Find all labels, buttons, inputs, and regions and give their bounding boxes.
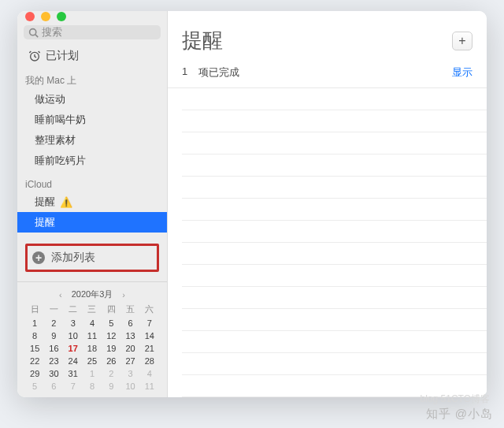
main-content: 提醒 + 1 项已完成 显示: [168, 11, 487, 397]
calendar-day[interactable]: 10: [120, 381, 139, 391]
calendar-day[interactable]: 30: [44, 369, 63, 378]
calendar-day[interactable]: 4: [140, 369, 159, 378]
calendar-day[interactable]: 5: [25, 381, 44, 391]
calendar-day[interactable]: 1: [25, 318, 44, 328]
watermark: 知乎 @小岛: [426, 407, 493, 422]
close-window-button[interactable]: [25, 12, 35, 21]
calendar-dow: 一: [44, 303, 63, 315]
sidebar-list-item[interactable]: 提醒: [17, 212, 167, 233]
sidebar-divider: [17, 281, 167, 282]
calendar-day[interactable]: 2: [102, 369, 120, 378]
sidebar-list-item[interactable]: 睡前喝牛奶: [17, 110, 167, 130]
calendar-day[interactable]: 27: [120, 356, 139, 366]
calendar-day[interactable]: 9: [44, 331, 63, 341]
calendar-day[interactable]: 31: [64, 369, 83, 378]
calendar-dow: 三: [83, 303, 102, 315]
completed-count: 1: [182, 65, 187, 80]
calendar-day[interactable]: 22: [25, 356, 44, 366]
calendar-dow: 六: [140, 303, 159, 315]
calendar-dow: 五: [120, 303, 139, 315]
calendar-day[interactable]: 18: [83, 344, 102, 353]
calendar-day[interactable]: 11: [83, 331, 102, 341]
calendar-day[interactable]: 17: [64, 344, 83, 353]
calendar-day[interactable]: 20: [120, 344, 139, 353]
calendar-day[interactable]: 5: [102, 318, 120, 328]
scheduled-label: 已计划: [46, 49, 79, 63]
calendar-day[interactable]: 19: [102, 344, 120, 353]
reminders-list-area[interactable]: [182, 88, 487, 397]
calendar-day[interactable]: 25: [83, 356, 102, 366]
warning-icon: ⚠️: [60, 196, 72, 208]
calendar-day[interactable]: 7: [140, 318, 159, 328]
calendar-day[interactable]: 9: [102, 381, 120, 391]
add-reminder-button[interactable]: +: [452, 32, 472, 50]
zoom-window-button[interactable]: [57, 12, 66, 21]
calendar-day[interactable]: 13: [120, 331, 139, 341]
section-my-mac-label: 我的 Mac 上: [17, 66, 167, 89]
calendar-day[interactable]: 24: [64, 356, 83, 366]
calendar-dow: 日: [25, 303, 44, 315]
svg-line-1: [35, 35, 38, 37]
sidebar-list-item[interactable]: 睡前吃钙片: [17, 151, 167, 171]
completed-label: 项已完成: [198, 65, 239, 80]
calendar-day[interactable]: 3: [120, 369, 139, 378]
calendar-day[interactable]: 23: [44, 356, 63, 366]
calendar-prev-button[interactable]: ‹: [54, 290, 67, 300]
window-controls: [17, 11, 167, 22]
svg-point-0: [30, 29, 36, 35]
calendar-day[interactable]: 8: [25, 331, 44, 341]
sidebar: 搜索 已计划 我的 Mac 上 做运动睡前喝牛奶整理素材睡前吃钙片 iCloud…: [17, 11, 168, 397]
calendar-day[interactable]: 6: [44, 381, 63, 391]
scheduled-smart-list[interactable]: 已计划: [17, 46, 167, 66]
plus-circle-icon: +: [32, 251, 45, 264]
calendar-day[interactable]: 16: [44, 344, 63, 353]
calendar-day[interactable]: 21: [140, 344, 159, 353]
list-item-label: 提醒: [35, 195, 55, 209]
main-header: 提醒 +: [168, 11, 487, 61]
sidebar-list-item[interactable]: 做运动: [17, 89, 167, 110]
calendar-day[interactable]: 14: [140, 331, 159, 341]
watermark-secondary: blog 51CTO博客: [421, 393, 490, 406]
app-window: 搜索 已计划 我的 Mac 上 做运动睡前喝牛奶整理素材睡前吃钙片 iCloud…: [17, 11, 487, 397]
calendar-day[interactable]: 15: [25, 344, 44, 353]
sidebar-list-item[interactable]: 整理素材: [17, 130, 167, 151]
list-title: 提醒: [182, 27, 223, 54]
section-icloud-label: iCloud: [17, 171, 167, 192]
add-list-label: 添加列表: [51, 251, 95, 265]
calendar-day[interactable]: 12: [102, 331, 120, 341]
calendar-day[interactable]: 26: [102, 356, 120, 366]
calendar-next-button[interactable]: ›: [117, 290, 130, 300]
mini-calendar: ‹ 2020年3月 › 日一二三四五六123456789101112131415…: [17, 285, 167, 397]
calendar-dow: 四: [102, 303, 120, 315]
show-completed-button[interactable]: 显示: [452, 65, 472, 80]
calendar-day[interactable]: 28: [140, 356, 159, 366]
completed-row: 1 项已完成 显示: [168, 61, 487, 88]
calendar-day[interactable]: 7: [64, 381, 83, 391]
search-icon: [28, 28, 39, 38]
add-list-button[interactable]: + 添加列表: [25, 244, 159, 272]
calendar-day[interactable]: 10: [64, 331, 83, 341]
search-input[interactable]: 搜索: [24, 25, 161, 39]
calendar-day[interactable]: 8: [83, 381, 102, 391]
calendar-day[interactable]: 29: [25, 369, 44, 378]
calendar-day[interactable]: 6: [120, 318, 139, 328]
calendar-day[interactable]: 3: [64, 318, 83, 328]
calendar-dow: 二: [64, 303, 83, 315]
list-item-label: 提醒: [35, 215, 55, 229]
search-placeholder: 搜索: [42, 25, 62, 39]
sidebar-list-item[interactable]: 提醒⚠️: [17, 192, 167, 212]
alarm-clock-icon: [28, 50, 41, 62]
calendar-title: 2020年3月: [72, 288, 113, 300]
minimize-window-button[interactable]: [41, 12, 50, 21]
calendar-day[interactable]: 1: [83, 369, 102, 378]
calendar-day[interactable]: 2: [44, 318, 63, 328]
calendar-day[interactable]: 4: [83, 318, 102, 328]
calendar-day[interactable]: 11: [140, 381, 159, 391]
